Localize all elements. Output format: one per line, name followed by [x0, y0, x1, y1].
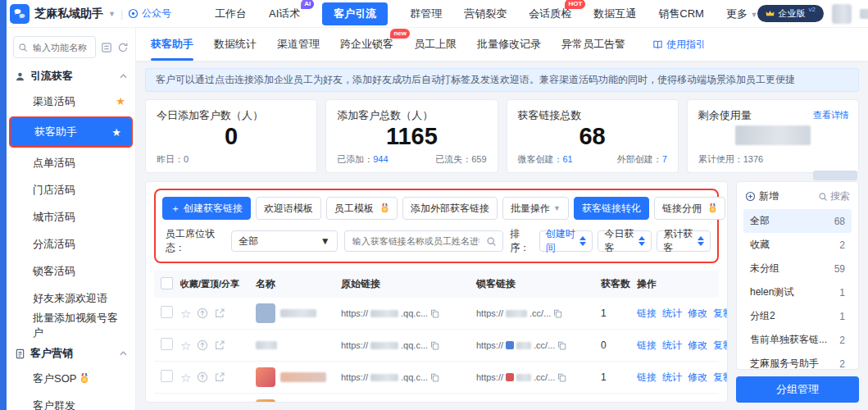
select-all-checkbox[interactable]: [161, 277, 173, 289]
favorite-star-icon[interactable]: ★: [116, 96, 125, 107]
nav-item-ai-script[interactable]: AI话术 AI: [269, 7, 300, 21]
action-stats[interactable]: 统计: [662, 307, 682, 321]
pin-top-icon[interactable]: [197, 339, 208, 351]
welcome-template-button[interactable]: 欢迎语模板: [256, 197, 321, 220]
panel-list-icon[interactable]: [101, 42, 112, 53]
nav-item-sales-crm[interactable]: 销售CRM: [658, 7, 704, 21]
group-search-button[interactable]: 搜索: [818, 189, 850, 203]
row-checkbox[interactable]: [161, 338, 173, 350]
copy-icon[interactable]: [557, 341, 566, 350]
official-account-link[interactable]: 公众号: [128, 7, 171, 20]
star-icon[interactable]: ☆: [180, 339, 191, 352]
brand-chevron-down-icon[interactable]: ▼: [108, 10, 116, 18]
nav-item-data-interchange[interactable]: 数据互通: [593, 7, 636, 21]
action-link[interactable]: 链接: [637, 339, 657, 353]
group-item-helen-test[interactable]: helen测试1: [743, 280, 852, 304]
copy-icon[interactable]: [553, 309, 562, 318]
action-stats[interactable]: 统计: [662, 371, 682, 385]
avatar[interactable]: [832, 4, 852, 24]
nav-item-workbench[interactable]: 工作台: [215, 7, 247, 21]
action-edit[interactable]: 修改: [688, 403, 707, 403]
action-edit[interactable]: 修改: [688, 371, 707, 385]
add-external-link-button[interactable]: 添加外部获客链接: [402, 197, 498, 220]
tab-employee-limit[interactable]: 员工上限: [414, 28, 457, 61]
copy-icon[interactable]: [430, 373, 439, 382]
add-group-button[interactable]: 新增: [745, 189, 779, 203]
action-copy[interactable]: 复制: [713, 339, 728, 353]
action-link[interactable]: 链接: [637, 403, 657, 403]
link-search-input[interactable]: [351, 235, 482, 247]
sidebar-item-customer-sop[interactable]: 客户SOP: [7, 365, 135, 392]
link-conversion-button[interactable]: 获客链接转化: [574, 197, 649, 220]
star-icon[interactable]: ☆: [180, 371, 191, 384]
group-item-sesame-service[interactable]: 芝麻服务号助手2: [743, 352, 852, 370]
sidebar-search-input[interactable]: [31, 42, 89, 53]
tab-abnormal-employee-alert[interactable]: 异常员工告警: [561, 28, 625, 61]
collapsed-floating-widget[interactable]: [813, 171, 857, 180]
batch-operation-button[interactable]: 批量操作▼: [502, 197, 569, 220]
sidebar-section-acquisition[interactable]: 引流获客: [7, 61, 135, 88]
nav-item-chat-inspection[interactable]: 会话质检 HOT: [529, 7, 571, 21]
tab-batch-edit-records[interactable]: 批量修改记录: [477, 28, 541, 61]
copy-icon[interactable]: [430, 341, 439, 350]
row-checkbox[interactable]: [161, 306, 173, 318]
group-item-favorites[interactable]: 收藏2: [743, 233, 852, 257]
star-icon[interactable]: ☆: [180, 308, 191, 320]
sidebar-item-city-qr[interactable]: 城市活码: [7, 203, 135, 230]
nav-item-group-management[interactable]: 群管理: [410, 7, 442, 21]
sidebar-section-marketing[interactable]: 客户营销: [7, 339, 135, 365]
view-details-link[interactable]: 查看详情: [813, 109, 849, 121]
sort-create-time[interactable]: 创建时间: [539, 230, 593, 252]
action-stats[interactable]: 统计: [662, 403, 682, 403]
action-link[interactable]: 链接: [637, 307, 657, 321]
copy-icon[interactable]: [557, 373, 566, 382]
sidebar-item-lock-qr[interactable]: 锁客活码: [7, 257, 135, 285]
group-item-presales-links[interactable]: 售前单独获客链...2: [743, 328, 852, 352]
sort-today-acquired[interactable]: 今日获客: [598, 230, 652, 252]
nav-item-more[interactable]: 更多 ▼: [726, 7, 758, 21]
nav-item-customer-acquisition[interactable]: 客户引流: [322, 2, 388, 25]
row-checkbox[interactable]: [161, 402, 173, 403]
group-manage-button[interactable]: 分组管理: [736, 376, 859, 403]
sidebar-item-acquisition-assistant[interactable]: 获客助手 ★: [11, 118, 131, 146]
sidebar-item-friend-source-welcome[interactable]: 好友来源欢迎语: [7, 285, 135, 312]
staff-template-button[interactable]: 员工模板: [326, 197, 398, 220]
sidebar-item-channel-qr[interactable]: 渠道活码 ★: [7, 88, 135, 115]
share-icon[interactable]: [214, 308, 225, 319]
nav-item-marketing-fission[interactable]: 营销裂变: [464, 7, 507, 21]
action-copy[interactable]: 复制: [713, 371, 728, 385]
group-item-ungrouped[interactable]: 未分组59: [743, 257, 852, 280]
edition-badge[interactable]: 企业版 v2: [757, 5, 823, 22]
seat-status-select[interactable]: 全部 ▼: [231, 230, 338, 252]
link-search-box[interactable]: [344, 230, 504, 252]
sidebar-item-store-qr[interactable]: 门店活码: [7, 176, 135, 203]
row-checkbox[interactable]: [161, 370, 173, 382]
action-stats[interactable]: 统计: [662, 339, 682, 353]
action-edit[interactable]: 修改: [688, 307, 707, 321]
tab-acquisition-assistant[interactable]: 获客助手: [151, 28, 193, 61]
tab-data-statistics[interactable]: 数据统计: [214, 28, 257, 61]
copy-icon[interactable]: [430, 309, 439, 318]
refresh-icon[interactable]: [117, 42, 129, 53]
create-link-button[interactable]: ＋ 创建获客链接: [162, 197, 251, 220]
group-item-group2[interactable]: 分组21: [743, 304, 852, 328]
sidebar-item-customer-mass-send[interactable]: 客户群发: [7, 392, 135, 410]
share-icon[interactable]: [214, 339, 225, 351]
sidebar-item-split-qr[interactable]: 分流活码: [7, 230, 135, 257]
favorite-star-icon[interactable]: ★: [111, 127, 121, 138]
sort-total-acquired[interactable]: 累计获客: [657, 230, 711, 252]
share-icon[interactable]: [214, 371, 225, 383]
sidebar-item-batch-video-account[interactable]: 批量添加视频号客户: [7, 312, 135, 339]
usage-guide-link[interactable]: 使用指引: [652, 38, 706, 52]
pin-top-icon[interactable]: [197, 371, 208, 383]
sidebar-search-box[interactable]: [13, 36, 96, 58]
action-copy[interactable]: 复制: [713, 403, 728, 403]
group-item-all[interactable]: 全部68: [743, 209, 852, 233]
action-edit[interactable]: 修改: [688, 339, 707, 353]
pin-top-icon[interactable]: [197, 308, 208, 319]
action-link[interactable]: 链接: [637, 371, 657, 385]
tab-channel-management[interactable]: 渠道管理: [277, 28, 320, 61]
link-commission-button[interactable]: 链接分佣: [654, 197, 725, 220]
sidebar-item-order-qr[interactable]: 点单活码: [7, 149, 135, 176]
action-copy[interactable]: 复制: [713, 307, 728, 321]
